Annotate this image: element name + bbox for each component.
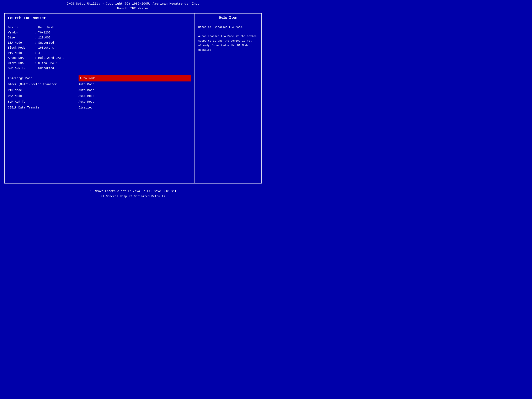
info-value: MultiWord DMA-2 <box>38 56 191 61</box>
info-colon: : <box>35 25 38 30</box>
info-colon: : <box>35 51 38 56</box>
settings-value[interactable]: Auto Mode <box>79 75 191 82</box>
divider-top <box>8 22 191 22</box>
info-label: S.M.A.R.T.: <box>8 66 35 71</box>
info-value: 4 <box>38 51 191 56</box>
left-panel: Fourth IDE Master Device:Hard DiskVendor… <box>5 13 195 183</box>
settings-label: S.M.A.R.T. <box>8 99 79 105</box>
info-row: Ultra DMA:Ultra DMA-6 <box>8 61 191 66</box>
main-container: Fourth IDE Master Device:Hard DiskVendor… <box>4 13 262 184</box>
info-colon: : <box>35 30 38 35</box>
settings-row[interactable]: S.M.A.R.T.Auto Mode <box>8 99 191 105</box>
settings-label: 32Bit Data Transfer <box>8 105 79 111</box>
settings-label: DMA Mode <box>8 93 79 99</box>
info-row: PIO Mode:4 <box>8 51 191 56</box>
info-value: Y6-120G <box>38 30 191 35</box>
footer-row1: ↑↓↔:Move Enter:Select +/-/:Value F10:Sav… <box>0 189 266 194</box>
info-row: Size:120.0GB <box>8 35 191 40</box>
info-label: Async DMA <box>8 56 35 61</box>
info-colon: : <box>35 35 38 40</box>
top-header: CMOS Setup Utility - Copyright (C) 1985-… <box>0 0 266 12</box>
info-value: Supported <box>38 66 191 71</box>
left-panel-title: Fourth IDE Master <box>8 16 191 20</box>
header-line1: CMOS Setup Utility - Copyright (C) 1985-… <box>0 2 266 6</box>
info-label: Size <box>8 35 35 40</box>
settings-value[interactable]: Auto Mode <box>79 82 191 87</box>
device-info-table: Device:Hard DiskVendor:Y6-120GSize:120.0… <box>8 25 191 71</box>
info-colon: : <box>35 40 38 45</box>
info-label: LBA Mode <box>8 40 35 45</box>
info-value: Ultra DMA-6 <box>38 61 191 66</box>
info-label: Block Mode: <box>8 45 35 51</box>
settings-value[interactable]: Auto Mode <box>79 93 191 99</box>
info-row: LBA Mode:Supported <box>8 40 191 45</box>
settings-label: PIO Mode <box>8 87 79 93</box>
settings-label: LBA/Large Mode <box>8 76 79 81</box>
settings-row[interactable]: LBA/Large ModeAuto Mode <box>8 75 191 82</box>
info-colon <box>35 45 38 51</box>
info-row: Device:Hard Disk <box>8 25 191 30</box>
settings-label: Block (Multi-Sector Transfer <box>8 82 79 87</box>
info-value: 16Sectors <box>38 45 191 51</box>
info-value: 120.0GB <box>38 35 191 40</box>
info-label: Ultra DMA <box>8 61 35 66</box>
right-panel: Help Item Disabled: Disables LBA Mode. A… <box>195 13 261 183</box>
settings-row[interactable]: DMA ModeAuto Mode <box>8 93 191 99</box>
info-row: S.M.A.R.T.:Supported <box>8 66 191 71</box>
settings-table: LBA/Large ModeAuto ModeBlock (Multi-Sect… <box>8 75 191 111</box>
settings-value[interactable]: Auto Mode <box>79 87 191 93</box>
info-row: Vendor:Y6-120G <box>8 30 191 35</box>
settings-value[interactable]: Disabled <box>79 105 191 111</box>
info-value: Hard Disk <box>38 25 191 30</box>
info-colon <box>35 66 38 71</box>
header-line2: Fourth IDE Master <box>0 6 266 11</box>
info-colon: : <box>35 61 38 66</box>
settings-row[interactable]: 32Bit Data TransferDisabled <box>8 105 191 111</box>
bottom-bar: ↑↓↔:Move Enter:Select +/-/:Value F10:Sav… <box>0 187 266 200</box>
settings-value[interactable]: Auto Mode <box>79 99 191 105</box>
settings-row[interactable]: PIO ModeAuto Mode <box>8 87 191 93</box>
info-value: Supported <box>38 40 191 45</box>
info-row: Async DMA:MultiWord DMA-2 <box>8 56 191 61</box>
settings-row[interactable]: Block (Multi-Sector TransferAuto Mode <box>8 82 191 87</box>
divider-mid <box>8 73 191 73</box>
help-text: Disabled: Disables LBA Mode. Auto: Enabl… <box>198 25 258 53</box>
info-label: Device <box>8 25 35 30</box>
info-label: PIO Mode <box>8 51 35 56</box>
help-title: Help Item <box>198 16 258 20</box>
info-colon: : <box>35 56 38 61</box>
help-divider <box>198 22 258 22</box>
info-label: Vendor <box>8 30 35 35</box>
footer-row2: F1:General Help F9:Optimized Defaults <box>0 194 266 199</box>
info-row: Block Mode:16Sectors <box>8 45 191 51</box>
